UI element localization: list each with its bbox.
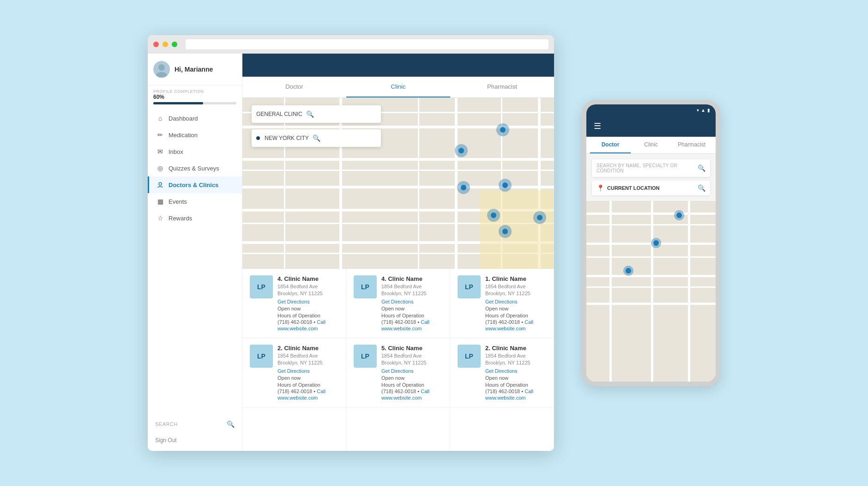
listing-hours: Hours of Operation [277,313,338,318]
search-icon[interactable]: 🔍 [227,420,235,428]
call-link[interactable]: Call [524,319,533,325]
location-pin-icon: 📍 [597,184,604,192]
listing-address: 1854 Bedford Ave Brooklyn, NY 11225 [381,352,442,367]
sidebar-item-rewards[interactable]: ☆ Rewards [148,210,242,226]
sidebar-item-doctors[interactable]: Doctors & Clinics [148,176,242,193]
sidebar-profile: Hi, Marianne [148,54,242,85]
map-pin[interactable] [623,266,633,276]
sidebar-item-inbox[interactable]: ✉ Inbox [148,143,242,160]
phone-tab-clinic[interactable]: Clinic [631,137,671,153]
map-road [339,98,342,269]
listing-col-0: LP 4. Clinic Name 1854 Bedford Ave Brook… [242,269,346,451]
get-directions-link[interactable]: Get Directions [485,368,546,374]
sidebar-item-label: Doctors & Clinics [169,182,218,188]
phone-tab-pharmacist[interactable]: Pharmacist [671,137,712,153]
listing-status: Open now [381,306,442,311]
listing-badge: LP [250,275,273,298]
call-link[interactable]: Call [421,319,429,325]
sidebar-item-medication[interactable]: ✏ Medication [148,127,242,143]
map-area: GENERAL CLINIC 🔍 NEW YORK CITY 🔍 [242,98,554,269]
listing-card: LP 5. Clinic Name 1854 Bedford Ave Brook… [346,338,450,407]
tab-clinic[interactable]: Clinic [346,77,450,97]
map-pin[interactable] [487,209,500,222]
listing-website[interactable]: www.website.com [381,395,442,401]
listing-website[interactable]: www.website.com [277,326,338,331]
listing-name: 2. Clinic Name [485,345,546,352]
call-link[interactable]: Call [317,389,326,394]
search-icon[interactable]: 🔍 [313,134,320,142]
completion-label: PROFILE COMPLETION [153,89,236,94]
listing-name: 5. Clinic Name [381,345,442,352]
sidebar-item-label: Medication [169,132,198,139]
battery-icon: ▮ [707,108,710,113]
listings-grid: LP 4. Clinic Name 1854 Bedford Ave Brook… [242,269,554,451]
map-pin[interactable] [457,181,470,194]
profile-name: Hi, Marianne [175,66,213,73]
doctors-icon [157,181,164,188]
minimize-button[interactable] [163,42,168,47]
wifi-icon: ▾ [697,108,699,113]
sidebar-item-dashboard[interactable]: ⌂ Dashboard [148,110,242,127]
hamburger-menu-button[interactable]: ☰ [594,121,601,131]
search-icon[interactable]: 🔍 [306,110,314,118]
close-button[interactable] [153,42,159,47]
listing-phone: (718) 462-0018 • Call [381,389,442,394]
get-directions-link[interactable]: Get Directions [381,299,442,304]
listing-badge: LP [354,345,377,368]
map-pin[interactable] [499,179,512,192]
map-pin[interactable] [533,211,546,224]
phone-tabs: Doctor Clinic Pharmacist [586,137,716,154]
get-directions-link[interactable]: Get Directions [277,299,338,304]
get-directions-link[interactable]: Get Directions [277,368,338,374]
tab-doctor[interactable]: Doctor [242,77,346,97]
current-location-label: CURRENT LOCATION [607,185,659,191]
get-directions-link[interactable]: Get Directions [381,368,442,374]
address-bar[interactable] [186,39,549,49]
call-link[interactable]: Call [524,389,533,394]
listing-col-1: LP 4. Clinic Name 1854 Bedford Ave Brook… [346,269,450,451]
phone-search-box[interactable]: SEARCH BY NAME, SPECIALTY OR CONDITION 🔍 [592,159,710,177]
phone-tab-doctor[interactable]: Doctor [590,137,631,153]
map-pin[interactable] [455,144,468,157]
call-link[interactable]: Call [421,389,429,394]
map-search-box-1[interactable]: GENERAL CLINIC 🔍 [252,105,381,123]
profile-completion: PROFILE COMPLETION 60% [148,85,242,106]
svg-point-2 [159,182,162,185]
call-link[interactable]: Call [317,319,326,325]
search-label: SEARCH [155,421,178,427]
listing-status: Open now [381,375,442,381]
listing-address: 1854 Bedford Ave Brooklyn, NY 11225 [381,283,442,298]
listing-status: Open now [277,306,338,311]
signal-icon: ▲ [701,108,705,113]
map-pin[interactable] [651,238,661,248]
map-search-label-1: GENERAL CLINIC [256,111,302,117]
listing-website[interactable]: www.website.com [485,326,546,331]
get-directions-link[interactable]: Get Directions [485,299,546,304]
map-pin[interactable] [499,225,512,238]
sidebar-item-events[interactable]: ▦ Events [148,193,242,210]
listing-website[interactable]: www.website.com [485,395,546,401]
search-icon[interactable]: 🔍 [698,184,705,192]
listing-website[interactable]: www.website.com [381,326,442,331]
map-pin[interactable] [496,123,509,136]
phone-location-box[interactable]: 📍 CURRENT LOCATION 🔍 [592,181,710,195]
quizzes-icon: ◎ [157,164,164,172]
location-icon [256,136,260,140]
tab-pharmacist[interactable]: Pharmacist [450,77,554,97]
listing-info: 4. Clinic Name 1854 Bedford Ave Brooklyn… [381,275,442,331]
map-pin[interactable] [674,210,684,220]
completion-percent: 60% [153,94,236,100]
listing-card: LP 1. Clinic Name 1854 Bedford Ave Brook… [450,269,554,338]
map-search-label-2: NEW YORK CITY [265,135,309,141]
sidebar-item-quizzes[interactable]: ◎ Quizzes & Surveys [148,160,242,176]
map-road [455,98,458,269]
listing-phone: (718) 462-0018 • Call [485,319,546,325]
phone-search-label: SEARCH BY NAME, SPECIALTY OR CONDITION [597,163,698,173]
map-search-box-2[interactable]: NEW YORK CITY 🔍 [252,129,381,147]
sign-out-button[interactable]: Sign Out [148,432,242,451]
listing-phone: (718) 462-0018 • Call [277,389,338,394]
listing-website[interactable]: www.website.com [277,395,338,401]
sidebar-item-label: Dashboard [169,115,198,122]
fullscreen-button[interactable] [172,42,177,47]
main-content: Doctor Clinic Pharmacist [242,54,554,451]
